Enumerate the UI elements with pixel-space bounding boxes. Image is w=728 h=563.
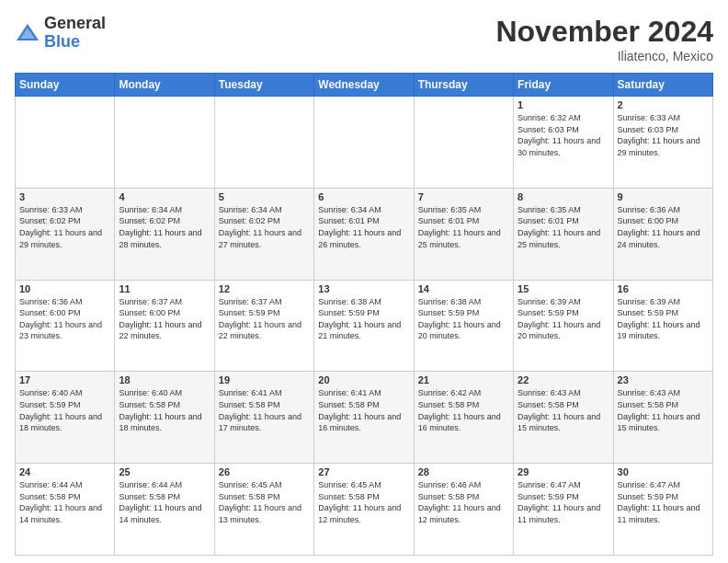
logo-icon <box>15 20 40 46</box>
day-info: Sunrise: 6:37 AM Sunset: 5:59 PM Dayligh… <box>219 296 310 342</box>
cell-3-5: 22Sunrise: 6:43 AM Sunset: 5:58 PM Dayli… <box>514 372 613 464</box>
cell-2-2: 12Sunrise: 6:37 AM Sunset: 5:59 PM Dayli… <box>214 280 313 372</box>
day-number: 25 <box>119 466 210 477</box>
day-info: Sunrise: 6:39 AM Sunset: 5:59 PM Dayligh… <box>518 296 609 342</box>
cell-2-1: 11Sunrise: 6:37 AM Sunset: 6:00 PM Dayli… <box>115 280 214 372</box>
day-number: 15 <box>518 283 609 294</box>
day-number: 2 <box>618 99 709 110</box>
day-number: 23 <box>618 374 709 385</box>
cell-1-3: 6Sunrise: 6:34 AM Sunset: 6:01 PM Daylig… <box>314 188 414 280</box>
day-info: Sunrise: 6:46 AM Sunset: 5:58 PM Dayligh… <box>418 479 509 525</box>
day-number: 14 <box>418 283 509 294</box>
cell-3-4: 21Sunrise: 6:42 AM Sunset: 5:58 PM Dayli… <box>414 372 513 464</box>
day-info: Sunrise: 6:37 AM Sunset: 6:00 PM Dayligh… <box>119 296 210 342</box>
day-info: Sunrise: 6:38 AM Sunset: 5:59 PM Dayligh… <box>418 296 509 342</box>
day-info: Sunrise: 6:41 AM Sunset: 5:58 PM Dayligh… <box>318 387 409 433</box>
day-number: 27 <box>318 466 409 477</box>
cell-2-5: 15Sunrise: 6:39 AM Sunset: 5:59 PM Dayli… <box>514 280 613 372</box>
cell-3-6: 23Sunrise: 6:43 AM Sunset: 5:58 PM Dayli… <box>613 372 712 464</box>
col-saturday: Saturday <box>613 74 712 97</box>
location: Iliatenco, Mexico <box>495 49 713 63</box>
cell-3-2: 19Sunrise: 6:41 AM Sunset: 5:58 PM Dayli… <box>214 372 313 464</box>
day-number: 8 <box>518 191 609 202</box>
day-number: 19 <box>219 374 310 385</box>
day-info: Sunrise: 6:34 AM Sunset: 6:02 PM Dayligh… <box>219 204 310 250</box>
col-friday: Friday <box>514 74 613 97</box>
day-number: 24 <box>19 466 110 477</box>
cell-3-0: 17Sunrise: 6:40 AM Sunset: 5:59 PM Dayli… <box>16 372 115 464</box>
day-info: Sunrise: 6:44 AM Sunset: 5:58 PM Dayligh… <box>119 479 210 525</box>
cell-2-0: 10Sunrise: 6:36 AM Sunset: 6:00 PM Dayli… <box>16 280 115 372</box>
day-number: 28 <box>418 466 509 477</box>
day-number: 5 <box>219 191 310 202</box>
logo-blue: Blue <box>44 32 80 51</box>
day-number: 18 <box>119 374 210 385</box>
day-info: Sunrise: 6:44 AM Sunset: 5:58 PM Dayligh… <box>19 479 110 525</box>
day-number: 22 <box>518 374 609 385</box>
day-info: Sunrise: 6:43 AM Sunset: 5:58 PM Dayligh… <box>618 387 709 433</box>
day-number: 30 <box>618 466 709 477</box>
day-number: 7 <box>418 191 509 202</box>
day-info: Sunrise: 6:34 AM Sunset: 6:01 PM Dayligh… <box>318 204 409 250</box>
day-info: Sunrise: 6:39 AM Sunset: 5:59 PM Dayligh… <box>618 296 709 342</box>
day-info: Sunrise: 6:33 AM Sunset: 6:03 PM Dayligh… <box>618 112 709 158</box>
cell-4-3: 27Sunrise: 6:45 AM Sunset: 5:58 PM Dayli… <box>314 464 414 556</box>
cell-0-1 <box>115 97 214 189</box>
cell-4-0: 24Sunrise: 6:44 AM Sunset: 5:58 PM Dayli… <box>16 464 115 556</box>
day-number: 11 <box>119 283 210 294</box>
col-tuesday: Tuesday <box>214 74 313 97</box>
cell-1-6: 9Sunrise: 6:36 AM Sunset: 6:00 PM Daylig… <box>613 188 712 280</box>
cell-4-1: 25Sunrise: 6:44 AM Sunset: 5:58 PM Dayli… <box>115 464 214 556</box>
week-row-4: 24Sunrise: 6:44 AM Sunset: 5:58 PM Dayli… <box>16 464 713 556</box>
day-info: Sunrise: 6:41 AM Sunset: 5:58 PM Dayligh… <box>219 387 310 433</box>
cell-4-2: 26Sunrise: 6:45 AM Sunset: 5:58 PM Dayli… <box>214 464 313 556</box>
day-info: Sunrise: 6:47 AM Sunset: 5:59 PM Dayligh… <box>618 479 709 525</box>
month-title: November 2024 <box>495 15 713 49</box>
day-info: Sunrise: 6:43 AM Sunset: 5:58 PM Dayligh… <box>518 387 609 433</box>
day-info: Sunrise: 6:35 AM Sunset: 6:01 PM Dayligh… <box>518 204 609 250</box>
day-info: Sunrise: 6:47 AM Sunset: 5:59 PM Dayligh… <box>518 479 609 525</box>
day-number: 20 <box>318 374 409 385</box>
day-info: Sunrise: 6:36 AM Sunset: 6:00 PM Dayligh… <box>19 296 110 342</box>
col-thursday: Thursday <box>414 74 513 97</box>
day-info: Sunrise: 6:32 AM Sunset: 6:03 PM Dayligh… <box>518 112 609 158</box>
day-number: 17 <box>19 374 110 385</box>
day-number: 4 <box>119 191 210 202</box>
day-info: Sunrise: 6:42 AM Sunset: 5:58 PM Dayligh… <box>418 387 509 433</box>
cell-0-5: 1Sunrise: 6:32 AM Sunset: 6:03 PM Daylig… <box>514 97 613 189</box>
day-info: Sunrise: 6:45 AM Sunset: 5:58 PM Dayligh… <box>318 479 409 525</box>
cell-0-4 <box>414 97 513 189</box>
cell-2-4: 14Sunrise: 6:38 AM Sunset: 5:59 PM Dayli… <box>414 280 513 372</box>
day-info: Sunrise: 6:34 AM Sunset: 6:02 PM Dayligh… <box>119 204 210 250</box>
cell-1-1: 4Sunrise: 6:34 AM Sunset: 6:02 PM Daylig… <box>115 188 214 280</box>
cell-0-0 <box>16 97 115 189</box>
cell-3-3: 20Sunrise: 6:41 AM Sunset: 5:58 PM Dayli… <box>314 372 414 464</box>
calendar-header-row: Sunday Monday Tuesday Wednesday Thursday… <box>16 74 713 97</box>
day-info: Sunrise: 6:40 AM Sunset: 5:59 PM Dayligh… <box>19 387 110 433</box>
day-number: 1 <box>518 99 609 110</box>
calendar-table: Sunday Monday Tuesday Wednesday Thursday… <box>15 73 713 556</box>
day-info: Sunrise: 6:45 AM Sunset: 5:58 PM Dayligh… <box>219 479 310 525</box>
day-number: 3 <box>19 191 110 202</box>
day-number: 26 <box>219 466 310 477</box>
logo-text: General Blue <box>44 15 106 52</box>
title-block: November 2024 Iliatenco, Mexico <box>495 15 713 63</box>
day-info: Sunrise: 6:36 AM Sunset: 6:00 PM Dayligh… <box>618 204 709 250</box>
week-row-0: 1Sunrise: 6:32 AM Sunset: 6:03 PM Daylig… <box>16 97 713 189</box>
day-number: 29 <box>518 466 609 477</box>
col-monday: Monday <box>115 74 214 97</box>
cell-0-3 <box>314 97 414 189</box>
week-row-2: 10Sunrise: 6:36 AM Sunset: 6:00 PM Dayli… <box>16 280 713 372</box>
cell-4-6: 30Sunrise: 6:47 AM Sunset: 5:59 PM Dayli… <box>613 464 712 556</box>
cell-0-2 <box>214 97 313 189</box>
cell-4-4: 28Sunrise: 6:46 AM Sunset: 5:58 PM Dayli… <box>414 464 513 556</box>
day-number: 9 <box>618 191 709 202</box>
day-info: Sunrise: 6:35 AM Sunset: 6:01 PM Dayligh… <box>418 204 509 250</box>
cell-2-3: 13Sunrise: 6:38 AM Sunset: 5:59 PM Dayli… <box>314 280 414 372</box>
page: General Blue November 2024 Iliatenco, Me… <box>0 0 728 563</box>
day-number: 16 <box>618 283 709 294</box>
week-row-3: 17Sunrise: 6:40 AM Sunset: 5:59 PM Dayli… <box>16 372 713 464</box>
week-row-1: 3Sunrise: 6:33 AM Sunset: 6:02 PM Daylig… <box>16 188 713 280</box>
cell-1-5: 8Sunrise: 6:35 AM Sunset: 6:01 PM Daylig… <box>514 188 613 280</box>
col-sunday: Sunday <box>16 74 115 97</box>
